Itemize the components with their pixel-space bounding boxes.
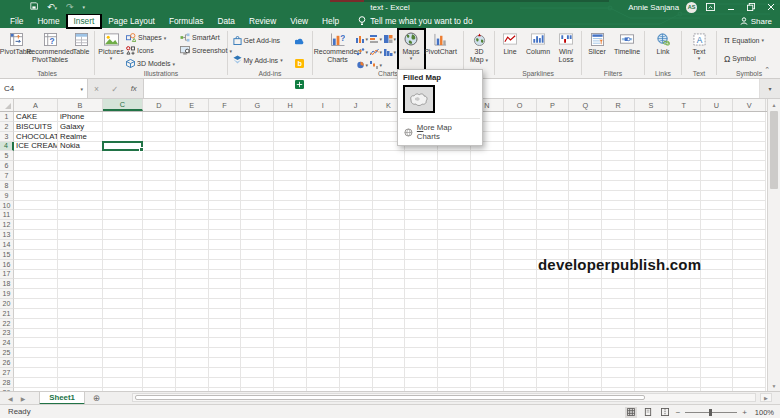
- grid-cell[interactable]: [373, 161, 406, 171]
- row-header-28[interactable]: 28: [0, 378, 14, 388]
- grid-cell[interactable]: [307, 368, 340, 378]
- grid-cell[interactable]: [143, 230, 176, 240]
- grid-cell[interactable]: [635, 142, 668, 152]
- grid-cell[interactable]: [176, 220, 209, 230]
- grid-cell[interactable]: [569, 329, 602, 339]
- column-header-c[interactable]: C: [103, 99, 143, 111]
- grid-cell[interactable]: [14, 240, 58, 250]
- grid-cell[interactable]: [103, 210, 143, 220]
- grid-cell[interactable]: [241, 122, 274, 132]
- grid-cell[interactable]: CAKE: [14, 112, 58, 122]
- grid-cell[interactable]: [504, 122, 537, 132]
- grid-cell[interactable]: [373, 289, 406, 299]
- grid-cell[interactable]: [14, 338, 58, 348]
- grid-cell[interactable]: [209, 299, 242, 309]
- grid-cell[interactable]: [733, 270, 766, 280]
- icons-button[interactable]: Icons: [126, 45, 180, 56]
- grid-cell[interactable]: [14, 329, 58, 339]
- new-sheet-icon[interactable]: ⊕: [93, 393, 100, 403]
- grid-cell[interactable]: [241, 319, 274, 329]
- grid-cell[interactable]: [668, 132, 701, 142]
- row-header-9[interactable]: 9: [0, 191, 14, 201]
- grid-cell[interactable]: [405, 309, 438, 319]
- grid-cell[interactable]: [340, 250, 373, 260]
- grid-cell[interactable]: [405, 358, 438, 368]
- more-map-charts-item[interactable]: More Map Charts: [398, 121, 482, 143]
- grid-cell[interactable]: [58, 191, 103, 201]
- grid-cell[interactable]: [307, 112, 340, 122]
- row-header-14[interactable]: 14: [0, 240, 14, 250]
- grid-cell[interactable]: [307, 142, 340, 152]
- grid-cell[interactable]: [602, 220, 635, 230]
- grid-cell[interactable]: [405, 191, 438, 201]
- grid-cell[interactable]: [58, 181, 103, 191]
- grid-cell[interactable]: [58, 368, 103, 378]
- my-addins-button[interactable]: My Add-ins▾: [233, 55, 295, 66]
- grid-cell[interactable]: [504, 309, 537, 319]
- grid-cell[interactable]: [14, 378, 58, 388]
- grid-cell[interactable]: [733, 279, 766, 289]
- grid-cell[interactable]: [668, 142, 701, 152]
- grid-cell[interactable]: [241, 368, 274, 378]
- grid-cell[interactable]: [635, 210, 668, 220]
- grid-cell[interactable]: [701, 151, 734, 161]
- grid-cell[interactable]: [143, 299, 176, 309]
- grid-cell[interactable]: [209, 338, 242, 348]
- grid-cell[interactable]: [103, 329, 143, 339]
- grid-cell[interactable]: [701, 358, 734, 368]
- grid-cell[interactable]: [602, 279, 635, 289]
- grid-cell[interactable]: [701, 368, 734, 378]
- grid-cell[interactable]: [143, 151, 176, 161]
- grid-cell[interactable]: [537, 181, 570, 191]
- grid-cell[interactable]: [405, 289, 438, 299]
- grid-cell[interactable]: Nokia: [58, 142, 103, 152]
- expand-formula-bar-icon[interactable]: ▾: [760, 79, 780, 98]
- grid-cell[interactable]: [438, 240, 471, 250]
- grid-cell[interactable]: [537, 161, 570, 171]
- sparkline-line-button[interactable]: Line: [497, 29, 523, 70]
- grid-cell[interactable]: [471, 348, 504, 358]
- row-header-4[interactable]: 4: [0, 142, 14, 152]
- grid-cell[interactable]: [14, 250, 58, 260]
- column-header-g[interactable]: G: [241, 99, 274, 111]
- grid-cell[interactable]: [537, 338, 570, 348]
- grid-cell[interactable]: [471, 279, 504, 289]
- collapse-ribbon-icon[interactable]: ⌃: [764, 66, 770, 74]
- grid-cell[interactable]: [143, 132, 176, 142]
- grid-cell[interactable]: [504, 378, 537, 388]
- grid-cell[interactable]: [209, 270, 242, 280]
- grid-cell[interactable]: [701, 210, 734, 220]
- grid-cell[interactable]: [537, 230, 570, 240]
- grid-cell[interactable]: [103, 161, 143, 171]
- grid-cell[interactable]: [569, 191, 602, 201]
- grid-cell[interactable]: [143, 338, 176, 348]
- grid-cell[interactable]: [307, 338, 340, 348]
- grid-cell[interactable]: [14, 348, 58, 358]
- grid-cell[interactable]: [176, 368, 209, 378]
- grid-cell[interactable]: [373, 230, 406, 240]
- grid-cell[interactable]: [209, 132, 242, 142]
- screenshot-button[interactable]: Screenshot▾: [180, 45, 226, 56]
- grid-cell[interactable]: [602, 191, 635, 201]
- row-header-27[interactable]: 27: [0, 368, 14, 378]
- equation-button[interactable]: π Equation▾: [724, 35, 778, 46]
- grid-cell[interactable]: [143, 171, 176, 181]
- grid-cell[interactable]: [635, 112, 668, 122]
- scatter-chart-button[interactable]: ▾: [356, 45, 370, 58]
- column-header-a[interactable]: A: [14, 99, 58, 111]
- grid-cell[interactable]: [274, 378, 307, 388]
- grid-cell[interactable]: [340, 338, 373, 348]
- grid-cell[interactable]: [143, 161, 176, 171]
- grid-cell[interactable]: [241, 299, 274, 309]
- grid-cell[interactable]: [58, 250, 103, 260]
- grid-cell[interactable]: [438, 171, 471, 181]
- grid-cell[interactable]: [504, 112, 537, 122]
- grid-cell[interactable]: [602, 181, 635, 191]
- grid-cell[interactable]: [733, 122, 766, 132]
- grid-cell[interactable]: [143, 270, 176, 280]
- grid-cell[interactable]: [373, 171, 406, 181]
- grid-cell[interactable]: [340, 329, 373, 339]
- sheet-nav-right-icon[interactable]: ▶: [21, 395, 26, 402]
- grid-cell[interactable]: [176, 319, 209, 329]
- grid-cell[interactable]: [733, 161, 766, 171]
